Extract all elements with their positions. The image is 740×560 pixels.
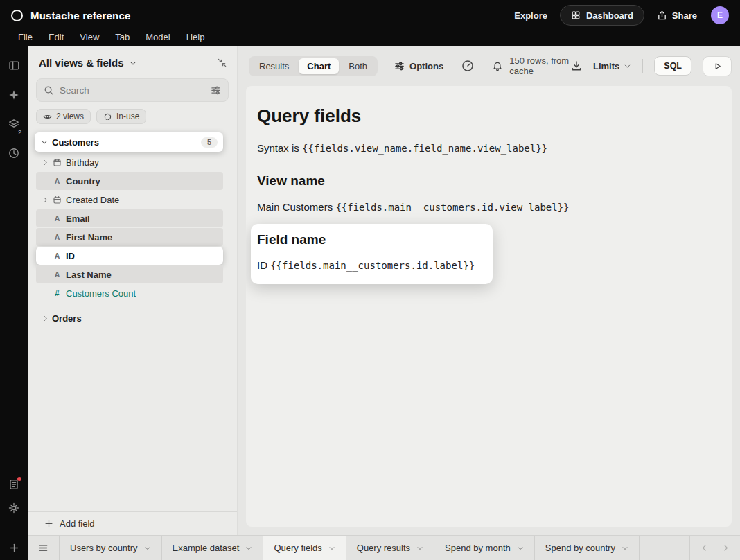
scroll-tabs-left-icon[interactable] xyxy=(700,543,709,552)
content-title: Query fields xyxy=(257,105,715,127)
limits-dropdown[interactable]: Limits xyxy=(593,61,631,71)
field-name-heading: Field name xyxy=(257,232,475,247)
field-row-birthday[interactable]: Birthday xyxy=(36,153,223,171)
layers-count-badge: 2 xyxy=(18,129,21,136)
tab-list-menu-icon[interactable] xyxy=(28,536,60,560)
menu-help[interactable]: Help xyxy=(186,32,205,42)
ai-sparkle-icon[interactable] xyxy=(8,89,19,100)
download-icon[interactable] xyxy=(571,60,582,71)
calendar-icon xyxy=(52,195,62,204)
filter-chip-inuse[interactable]: In-use xyxy=(96,109,146,124)
tab-query-results[interactable]: Query results xyxy=(346,536,434,560)
field-row-country[interactable]: A Country xyxy=(36,172,223,190)
view-name-code: {{fields.main__customers.id.view_label}} xyxy=(335,202,569,213)
chevron-right-icon[interactable] xyxy=(42,159,52,166)
rail-add-icon[interactable] xyxy=(9,543,19,553)
play-icon xyxy=(713,62,722,71)
menu-tab[interactable]: Tab xyxy=(115,32,130,42)
chevron-down-icon[interactable] xyxy=(328,545,335,552)
tab-example-dataset[interactable]: Example dataset xyxy=(162,536,264,560)
string-type-icon: A xyxy=(52,177,62,185)
field-row-last-name[interactable]: A Last Name xyxy=(36,265,223,283)
run-query-button[interactable] xyxy=(703,56,732,76)
field-row-created-date[interactable]: Created Date xyxy=(36,191,223,209)
bell-icon[interactable] xyxy=(492,60,503,71)
measure-hash-icon: # xyxy=(52,289,62,297)
top-bar: Mustache reference Explore Dashboard Sha… xyxy=(0,0,740,46)
syntax-line: Syntax is {{fields.view_name.field_name.… xyxy=(257,142,715,154)
mode-results-button[interactable]: Results xyxy=(251,58,297,74)
view-row-customers[interactable]: Customers 5 xyxy=(35,132,223,152)
notification-dot xyxy=(17,477,21,481)
document-title: Mustache reference xyxy=(30,10,131,21)
sidebar-title-chevron-icon[interactable] xyxy=(129,59,137,67)
menu-view[interactable]: View xyxy=(80,32,99,42)
search-filter-icon[interactable] xyxy=(211,85,221,96)
share-icon xyxy=(657,10,667,21)
tab-scroll-arrows xyxy=(689,536,740,560)
filter-chip-views[interactable]: 2 views xyxy=(36,109,91,124)
sql-button[interactable]: SQL xyxy=(654,56,691,76)
explore-link[interactable]: Explore xyxy=(514,10,547,21)
field-row-first-name[interactable]: A First Name xyxy=(36,228,223,246)
sidebar-title[interactable]: All views & fields xyxy=(39,57,124,69)
chart-content-area: Query fields Syntax is {{fields.view_nam… xyxy=(246,86,732,527)
plus-icon xyxy=(44,519,53,528)
view-row-orders[interactable]: Orders xyxy=(36,309,223,327)
scroll-tabs-right-icon[interactable] xyxy=(721,543,730,552)
left-icon-rail: 2 xyxy=(0,46,28,560)
dashboard-grid-icon xyxy=(571,10,581,20)
mode-both-button[interactable]: Both xyxy=(340,58,376,74)
tab-spend-by-country[interactable]: Spend by country xyxy=(535,536,640,560)
search-icon xyxy=(44,85,54,96)
syntax-code: {{fields.view_name.field_name.view_label… xyxy=(302,143,547,154)
field-row-email[interactable]: A Email xyxy=(36,209,223,227)
menu-edit[interactable]: Edit xyxy=(49,32,64,42)
fields-sidebar: All views & fields 2 views xyxy=(28,46,238,535)
mode-chart-button[interactable]: Chart xyxy=(299,58,339,74)
field-name-code: {{fields.main__customers.id.label}} xyxy=(270,260,475,271)
layers-icon[interactable]: 2 xyxy=(8,119,19,130)
chevron-down-icon[interactable] xyxy=(144,545,151,552)
row-count-status: 150 rows, from cache xyxy=(492,55,571,76)
menu-model[interactable]: Model xyxy=(146,32,170,42)
view-name-line: Main Customers {{fields.main__customers.… xyxy=(257,201,715,213)
chevron-down-icon[interactable] xyxy=(517,545,524,552)
tab-users-by-country[interactable]: Users by country xyxy=(60,536,162,560)
settings-gear-icon[interactable] xyxy=(8,502,19,514)
string-type-icon: A xyxy=(52,233,62,241)
options-button[interactable]: Options xyxy=(394,61,443,71)
toggle-panel-icon[interactable] xyxy=(8,60,20,71)
search-input[interactable] xyxy=(60,85,205,96)
in-use-icon xyxy=(103,112,112,121)
field-row-id[interactable]: A ID xyxy=(36,247,223,265)
chevron-down-icon[interactable] xyxy=(245,545,252,552)
user-avatar[interactable]: E xyxy=(711,6,729,24)
share-button[interactable]: Share xyxy=(657,10,697,21)
tab-query-fields[interactable]: Query fields xyxy=(263,536,346,560)
options-sliders-icon xyxy=(394,61,405,71)
chevron-right-icon xyxy=(42,315,52,322)
string-type-icon: A xyxy=(52,214,62,222)
chevron-down-icon xyxy=(40,138,52,146)
eye-icon xyxy=(43,112,52,121)
calendar-icon xyxy=(52,158,62,167)
chevron-down-icon xyxy=(624,62,631,70)
history-clock-icon[interactable] xyxy=(8,148,19,159)
collapse-sidebar-icon[interactable] xyxy=(217,58,227,68)
tab-spend-by-month[interactable]: Spend by month xyxy=(434,536,535,560)
string-type-icon: A xyxy=(52,252,62,260)
chevron-right-icon[interactable] xyxy=(42,196,52,204)
field-name-spotlight-card: Field name ID {{fields.main__customers.i… xyxy=(251,224,493,284)
bottom-tab-bar: Users by country Example dataset Query f… xyxy=(28,535,740,560)
menu-file[interactable]: File xyxy=(18,32,33,42)
dashboard-button[interactable]: Dashboard xyxy=(560,5,644,26)
chevron-down-icon[interactable] xyxy=(622,545,628,552)
field-tree: Customers 5 Birthday A Country xyxy=(28,128,237,511)
field-row-customers-count[interactable]: # Customers Count xyxy=(36,284,223,302)
performance-gauge-icon[interactable] xyxy=(461,60,474,72)
app-window: Mustache reference Explore Dashboard Sha… xyxy=(0,0,740,560)
document-notes-icon[interactable] xyxy=(8,479,19,490)
chevron-down-icon[interactable] xyxy=(416,545,423,552)
add-field-button[interactable]: Add field xyxy=(28,511,237,535)
